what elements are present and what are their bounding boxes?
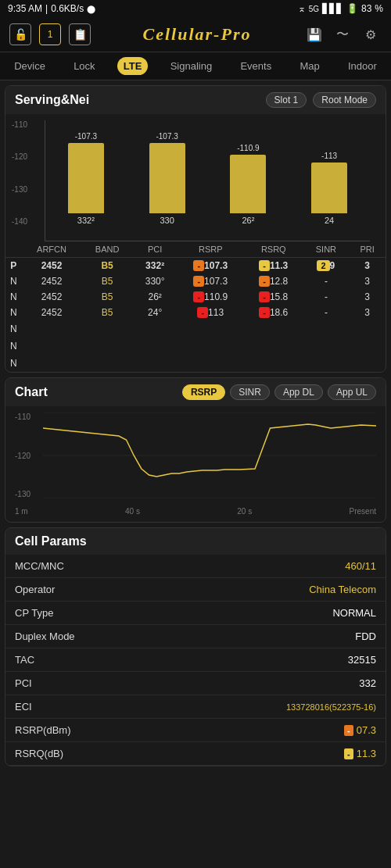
- nav-tabs: Device Lock LTE Signaling Events Map Ind…: [0, 52, 391, 80]
- params-val-duplex: FDD: [355, 630, 376, 642]
- row-p-band: B5: [81, 258, 132, 274]
- params-row-eci: ECI 133728016(522375-16): [5, 695, 386, 719]
- tab-signaling[interactable]: Signaling: [164, 57, 219, 75]
- row-n2-band: B5: [81, 289, 132, 305]
- row-n1-arfcn: 2452: [22, 273, 82, 289]
- chart-tab-app-ul[interactable]: App UL: [328, 384, 376, 400]
- status-speed: |: [45, 3, 48, 14]
- time-label-present: Present: [350, 507, 376, 516]
- col-header-rsrq: RSRQ: [244, 241, 303, 258]
- row-n2-sinr: -: [303, 289, 349, 305]
- status-left: 9:35 AM | 0.6KB/s ⬤: [8, 3, 95, 14]
- row-n4-empty: [22, 320, 386, 338]
- row-n3-sinr: -: [303, 305, 349, 320]
- tab-lock[interactable]: Lock: [67, 57, 101, 75]
- battery-percent: %: [375, 3, 383, 14]
- bar-chart: -107.3 332² -107.3 330 -110.9 26² -113 2…: [45, 120, 370, 241]
- status-data-speed: 0.6KB/s: [51, 3, 84, 14]
- col-header-pri: PRI: [349, 241, 386, 258]
- battery-icon: 🔋: [346, 3, 358, 14]
- row-p-type: P: [5, 258, 22, 274]
- row-n1-pci: 330°: [133, 273, 178, 289]
- settings-icon[interactable]: ⚙: [360, 23, 382, 45]
- table-row: N 2452 B5 26² -110.9 -15.8 - 3: [5, 289, 386, 305]
- row-n3-pri: 3: [349, 305, 386, 320]
- tab-events[interactable]: Events: [234, 57, 278, 75]
- params-val-rsrp: - 07.3: [344, 724, 376, 736]
- table-row: N 2452 B5 24° -113 -18.6 - 3: [5, 305, 386, 320]
- row-p-pci: 332²: [133, 258, 178, 274]
- params-key-pci: PCI: [15, 677, 32, 689]
- status-time: 9:35 AM: [8, 3, 42, 14]
- table-row: N 2452 B5 330° -107.3 -12.8 - 3: [5, 273, 386, 289]
- serving-header-btns: Slot 1 Root Mode: [266, 92, 376, 108]
- badge-1-icon[interactable]: 1: [39, 23, 61, 45]
- params-key-eci: ECI: [15, 701, 32, 713]
- row-n2-type: N: [5, 289, 22, 305]
- row-p-sinr: 29: [303, 258, 349, 274]
- bar-1-bottom-label: 332²: [77, 216, 95, 225]
- bar-4: [311, 163, 347, 213]
- params-key-tac: TAC: [15, 654, 34, 666]
- slot-button[interactable]: Slot 1: [266, 92, 307, 108]
- row-n2-arfcn: 2452: [22, 289, 82, 305]
- tab-device[interactable]: Device: [8, 57, 52, 75]
- time-label-1m: 1 m: [15, 507, 28, 516]
- params-key-duplex: Duplex Mode: [15, 630, 75, 642]
- col-header-rsrp: RSRP: [177, 241, 244, 258]
- params-val-operator: China Telecom: [309, 584, 376, 595]
- bar-4-top-label: -113: [321, 152, 337, 160]
- bar-1-top-label: -107.3: [75, 132, 97, 141]
- rsrp-number: 07.3: [357, 724, 376, 736]
- chart-tab-sinr[interactable]: SINR: [230, 384, 270, 400]
- line-y-label-3: -130: [15, 490, 43, 498]
- nav-icon: ⌅: [298, 3, 306, 14]
- bar-2-top-label: -107.3: [156, 132, 178, 141]
- battery-level: 83: [361, 3, 371, 14]
- wave-icon[interactable]: 〜: [332, 23, 353, 45]
- params-row-tac: TAC 32515: [5, 648, 386, 672]
- row-p-arfcn: 2452: [22, 258, 82, 274]
- signal-bars: ▋▋▋: [322, 3, 343, 14]
- lock-icon[interactable]: 🔓: [9, 23, 31, 45]
- params-row-operator: Operator China Telecom: [5, 578, 386, 602]
- col-header-pci: PCI: [133, 241, 178, 258]
- save-icon[interactable]: 💾: [303, 23, 325, 45]
- row-n3-pci: 24°: [133, 305, 178, 320]
- chart-tab-rsrp[interactable]: RSRP: [182, 384, 225, 400]
- time-label-20s: 20 s: [237, 507, 252, 516]
- col-header-sinr: SINR: [303, 241, 349, 258]
- params-val-pci: 332: [359, 677, 376, 689]
- y-label-1: -110: [12, 120, 27, 129]
- chart-header: Chart RSRP SINR App DL App UL: [5, 378, 386, 406]
- chart-tab-app-dl[interactable]: App DL: [274, 384, 323, 400]
- params-val-cptype: NORMAL: [332, 607, 376, 619]
- clipboard-icon[interactable]: 📋: [69, 23, 91, 45]
- bar-3-top-label: -110.9: [237, 144, 259, 152]
- tab-map[interactable]: Map: [293, 57, 325, 75]
- tab-indoor[interactable]: Indoor: [342, 57, 383, 75]
- col-header-arfcn: ARFCN: [22, 241, 82, 258]
- row-n3-band: B5: [81, 305, 132, 320]
- row-p-pri: 3: [349, 258, 386, 274]
- tab-lte[interactable]: LTE: [117, 57, 149, 75]
- header-right: 💾 〜 ⚙: [303, 23, 382, 45]
- status-bar: 9:35 AM | 0.6KB/s ⬤ ⌅ 5G ▋▋▋ 🔋 83 %: [0, 0, 391, 17]
- cell-params-header: Cell Params: [5, 528, 386, 555]
- row-n3-type: N: [5, 305, 22, 320]
- status-right: ⌅ 5G ▋▋▋ 🔋 83 %: [298, 3, 383, 14]
- bar-3-bottom-label: 26²: [242, 216, 254, 225]
- bar-group-4: -113 24: [311, 152, 347, 225]
- root-mode-button[interactable]: Root Mode: [313, 92, 376, 108]
- serving-section: Serving&Nei Slot 1 Root Mode -110 -120 -…: [5, 85, 386, 373]
- row-n1-band: B5: [81, 273, 132, 289]
- table-row: P 2452 B5 332² -107.3 -11.3 29 3: [5, 258, 386, 274]
- params-row-cptype: CP Type NORMAL: [5, 602, 386, 625]
- row-n2-rsrq: -15.8: [244, 289, 303, 305]
- col-header-type: [5, 241, 22, 258]
- row-p-rsrp: -107.3: [177, 258, 244, 274]
- cell-params-section: Cell Params MCC/MNC 460/11 Operator Chin…: [5, 527, 386, 766]
- row-n6-type: N: [5, 355, 22, 372]
- params-row-rsrq: RSRQ(dB) - 11.3: [5, 742, 386, 766]
- params-val-eci: 133728016(522375-16): [286, 702, 376, 712]
